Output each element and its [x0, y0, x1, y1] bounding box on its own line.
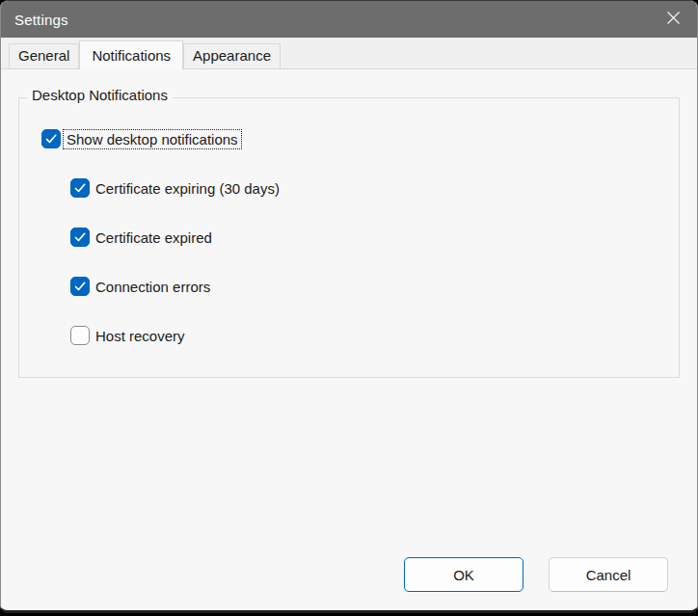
window-title: Settings — [14, 12, 68, 28]
checkmark-icon — [41, 129, 61, 148]
tab-general[interactable]: General — [9, 43, 79, 68]
checkbox-row-show-desktop-notifications[interactable]: Show desktop notifications — [41, 128, 241, 149]
checkbox-row-connection-errors[interactable]: Connection errors — [70, 276, 213, 297]
checkbox-row-certificate-expired[interactable]: Certificate expired — [70, 227, 215, 248]
checkmark-icon — [70, 228, 90, 247]
checkbox-row-host-recovery[interactable]: Host recovery — [70, 325, 188, 346]
checkbox-label[interactable]: Certificate expiring (30 days) — [93, 179, 282, 198]
titlebar[interactable]: Settings — [1, 1, 697, 38]
ok-button[interactable]: OK — [404, 557, 524, 592]
checkbox-label[interactable]: Certificate expired — [93, 228, 215, 247]
certificate-expired-checkbox[interactable] — [70, 228, 90, 247]
close-icon — [666, 11, 681, 29]
host-recovery-checkbox[interactable] — [70, 326, 90, 345]
close-button[interactable] — [651, 1, 695, 38]
cancel-button[interactable]: Cancel — [549, 557, 668, 592]
tab-notifications[interactable]: Notifications — [79, 40, 183, 69]
checkbox-label[interactable]: Connection errors — [93, 278, 213, 296]
checkbox-label[interactable]: Host recovery — [93, 327, 188, 345]
settings-dialog: Settings General Notifications Appearanc… — [0, 0, 698, 613]
certificate-expiring-checkbox[interactable] — [70, 178, 90, 198]
group-title: Desktop Notifications — [27, 87, 173, 103]
checkbox-row-certificate-expiring[interactable]: Certificate expiring (30 days) — [70, 177, 282, 199]
tab-bar: General Notifications Appearance — [1, 38, 697, 68]
show-desktop-notifications-checkbox[interactable] — [41, 129, 61, 148]
checkbox-label[interactable]: Show desktop notifications — [64, 130, 241, 148]
checkmark-icon — [70, 277, 90, 296]
notifications-tab-panel: Desktop Notifications Show desktop notif… — [1, 68, 697, 610]
checkmark-icon — [70, 178, 90, 198]
tab-appearance[interactable]: Appearance — [183, 43, 281, 68]
connection-errors-checkbox[interactable] — [70, 277, 90, 296]
